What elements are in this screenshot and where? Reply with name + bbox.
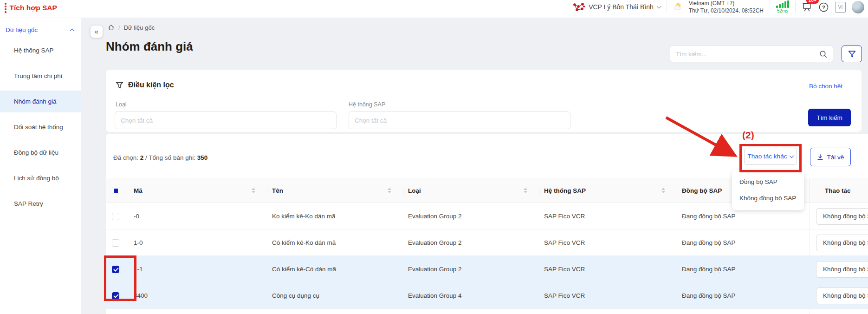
selected-label: Đã chọn: (113, 154, 138, 161)
sidebar-item[interactable]: SAP Retry (0, 193, 81, 215)
notification-badge: 20+ (806, 0, 819, 4)
filter-card: Điều kiện lọc Bỏ chọn hết Loại Hệ thống … (106, 70, 862, 132)
filter-select-placeholder: Chọn tất cả (355, 117, 387, 124)
home-icon[interactable] (108, 24, 115, 31)
org-selector[interactable]: VCP Lý Bôn Thái Bình (573, 2, 661, 12)
search-input[interactable]: Tìm kiếm... (670, 46, 833, 62)
sidebar-item[interactable]: Nhóm đánh giá (0, 91, 81, 112)
row-action-button[interactable]: Không đồng bộ SAP (816, 208, 868, 225)
dropdown-item[interactable]: Không đồng bộ SAP (732, 190, 804, 206)
sidebar-collapse-button[interactable]: « (91, 26, 103, 38)
cell-name: Ko kiểm kê-Ko dán mã (272, 213, 408, 220)
cell-sap-system: SAP Fico VCR (544, 292, 682, 299)
weather-icon (673, 1, 685, 13)
cell-sync-status: Đang đồng bộ SAP (682, 292, 810, 299)
cell-sync-status: Đang đồng bộ SAP (682, 266, 810, 273)
timezone-label: Vietnam (GMT +7) (689, 0, 764, 7)
sidebar-item[interactable]: Đối soát hệ thống (0, 116, 81, 138)
sort-icon[interactable] (661, 188, 665, 194)
more-actions-dropdown: Đồng bộ SAPKhông đồng bộ SAP (732, 170, 804, 210)
column-header-label: Đồng bộ SAP (682, 187, 722, 194)
cell-code: -0 (134, 213, 272, 220)
app-title: Tích hợp SAP (10, 4, 57, 12)
table-header-checkbox-cell (106, 178, 134, 203)
selected-count: 2 (140, 154, 144, 161)
table-card: Đã chọn: 2 / Tổng số bản ghi: 350 Thao t… (106, 134, 868, 314)
cell-name: Có kiểm kê-Ko dán mã (272, 239, 408, 246)
sort-icon[interactable] (252, 188, 255, 194)
help-button[interactable]: ? (818, 2, 829, 13)
sidebar-group-data-root[interactable]: Dữ liệu gốc (0, 18, 81, 33)
funnel-icon (848, 50, 856, 58)
divider (795, 1, 796, 13)
column-header[interactable]: Mã (134, 178, 272, 203)
select-all-checkbox[interactable] (112, 187, 119, 194)
cell-type: Evaluation Group 2 (408, 213, 544, 220)
row-checkbox[interactable] (112, 213, 119, 220)
main-content: « / Dữ liệu gốc Nhóm đánh giá Tìm kiếm..… (81, 18, 868, 314)
org-name: VCP Lý Bôn Thái Bình (589, 3, 654, 11)
filter-search-button[interactable]: Tìm kiếm (808, 109, 851, 126)
column-header-label: Loại (408, 187, 421, 194)
clock-widget: Vietnam (GMT +7) Thứ Tư, 02/10/2024, 08:… (673, 0, 764, 14)
column-header-label: Thao tác (825, 187, 851, 194)
table-row: 1-0Có kiểm kê-Ko dán mãEvaluation Group … (106, 229, 868, 256)
latency-value: 52ms (777, 8, 788, 13)
signal-bars-icon (776, 0, 789, 8)
funnel-icon (116, 81, 123, 89)
svg-text:?: ? (822, 4, 825, 10)
filter-title: Điều kiện lọc (128, 81, 174, 89)
clear-all-link[interactable]: Bỏ chọn hết (809, 83, 842, 90)
selection-summary: Đã chọn: 2 / Tổng số bản ghi: 350 (113, 154, 207, 161)
row-action-button[interactable]: Không đồng bộ SAP (816, 288, 868, 304)
filter-header: Điều kiện lọc (116, 81, 174, 89)
total-label: / Tổng số bản ghi: (145, 154, 195, 161)
datetime-label: Thứ Tư, 02/10/2024, 08:52CH (689, 7, 764, 14)
cell-name: Có kiểm kê-Có dán mã (272, 266, 408, 273)
total-count: 350 (197, 154, 208, 161)
divider (667, 1, 667, 13)
app-logo-dots-icon (5, 3, 6, 13)
sidebar-menu: Hệ thống SAPTrung tâm chi phíNhóm đánh g… (0, 39, 81, 215)
sort-icon[interactable] (388, 188, 391, 194)
filter-toggle-button[interactable] (842, 46, 862, 62)
app-logo[interactable]: Tích hợp SAP (5, 3, 57, 13)
column-header[interactable]: Tên (272, 178, 408, 203)
sidebar-item[interactable]: Hệ thống SAP (0, 39, 81, 61)
filter-select-type[interactable]: Chọn tất cả (115, 111, 337, 129)
language-toggle[interactable]: VI (835, 2, 846, 13)
row-checkbox[interactable] (112, 266, 119, 273)
sidebar-item[interactable]: Trung tâm chi phí (0, 65, 81, 87)
filter-select-sap-system[interactable]: Chọn tất cả (349, 111, 570, 129)
cell-code: 1-0 (134, 239, 272, 246)
sort-icon[interactable] (524, 188, 527, 194)
column-header: Thao tác (810, 178, 868, 203)
cell-code: 3400 (134, 292, 272, 299)
filter-select-placeholder: Chọn tất cả (121, 117, 153, 124)
row-action-button[interactable]: Không đồng bộ SAP (816, 235, 868, 251)
sidebar: Dữ liệu gốc Hệ thống SAPTrung tâm chi ph… (0, 18, 81, 314)
download-button[interactable]: Tải về (810, 148, 851, 166)
row-checkbox[interactable] (112, 239, 119, 247)
cell-code: 1-1 (134, 266, 272, 273)
user-avatar[interactable] (852, 1, 864, 13)
row-action-button[interactable]: Không đồng bộ SAP (816, 261, 868, 278)
breadcrumb-root[interactable]: Dữ liệu gốc (124, 24, 155, 31)
notifications-button[interactable]: 20+ (802, 2, 812, 13)
row-checkbox[interactable] (112, 292, 119, 300)
chevron-down-icon (656, 4, 661, 9)
column-header[interactable]: Loại (408, 178, 544, 203)
sidebar-item[interactable]: Lịch sử đồng bộ (0, 167, 81, 189)
cell-sap-system: SAP Fico VCR (544, 213, 682, 220)
column-header-label: Hệ thống SAP (544, 187, 586, 194)
dropdown-item[interactable]: Đồng bộ SAP (732, 174, 804, 190)
table-row: 3400Công cụ dụng cụEvaluation Group 4SAP… (106, 282, 868, 309)
more-actions-button[interactable]: Thao tác khác (744, 148, 797, 165)
cell-sap-system: SAP Fico VCR (544, 239, 682, 246)
filter-field-label: Loại (116, 101, 127, 108)
column-header[interactable]: Hệ thống SAP (544, 178, 682, 203)
latency-widget: 52ms (776, 0, 789, 13)
page-title: Nhóm đánh giá (106, 39, 193, 54)
sidebar-item[interactable]: Đồng bộ dữ liệu (0, 142, 81, 164)
cell-type: Evaluation Group 4 (408, 292, 544, 299)
